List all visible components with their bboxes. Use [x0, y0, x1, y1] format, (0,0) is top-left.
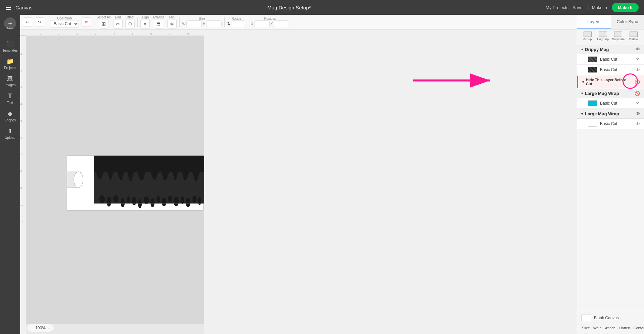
maker-button[interactable]: Maker ▾ [592, 5, 608, 10]
layer-group-name: Drippy Mug [585, 47, 635, 52]
pen-button[interactable]: ✏ [82, 17, 91, 27]
flip-button[interactable]: ⇆ [167, 19, 177, 29]
visibility-toggle-hide-before-cut[interactable]: 🚫 [635, 79, 640, 85]
visibility-toggle-large-mug-wrap-1[interactable]: 🚫 [635, 91, 640, 96]
edit-button[interactable]: ✂ [113, 19, 123, 29]
my-projects-link[interactable]: My Projects [546, 5, 568, 10]
visibility-toggle-large-mug-wrap-2[interactable]: 👁 [636, 111, 640, 116]
select-all-button[interactable]: ⊞ [99, 19, 108, 29]
arrange-label: Arrange [152, 15, 165, 19]
undo-button[interactable]: ↩ [23, 17, 32, 27]
operation-section: Operation Basic Cut [50, 16, 79, 27]
svg-point-15 [150, 198, 154, 207]
canvas-label-section: Blank Canvas [581, 313, 640, 323]
zoom-controls: − 100% + [27, 324, 54, 332]
canvas-area: 0 1 2 3 4 5 6 7 8 9 10 11 12 13 14 15 16… [20, 30, 204, 334]
layer-group-header-large-mug-wrap-1[interactable]: ▾ Large Mug Wrap 🚫 [577, 89, 644, 98]
svg-point-20 [181, 196, 184, 204]
position-section: Position X Y [251, 17, 289, 27]
flatten-button[interactable]: Flatten [618, 325, 631, 331]
layer-group-name: Large Mug Wrap [585, 111, 634, 116]
width-input[interactable] [186, 20, 202, 27]
svg-point-8 [107, 197, 111, 207]
svg-point-21 [186, 198, 190, 207]
svg-point-18 [168, 196, 172, 202]
layer-item[interactable]: Basic Cut 👁 [577, 54, 644, 65]
select-all-label: Select All [97, 15, 110, 19]
tab-layers[interactable]: Layers [577, 15, 611, 29]
layer-visibility-icon[interactable]: 👁 [636, 67, 640, 72]
projects-icon: 📁 [6, 58, 14, 65]
flip-label: Flip [169, 15, 175, 19]
upload-icon: ⬆ [8, 127, 13, 135]
rotate-section: Rotate ↻ [227, 17, 245, 27]
contour-button[interactable]: Contour [633, 325, 644, 331]
canvas-content [26, 36, 204, 324]
height-input[interactable] [206, 20, 222, 27]
hamburger-menu-icon[interactable]: ☰ [5, 3, 11, 11]
arrange-section: Arrange ⬒ [152, 15, 165, 29]
action-delete-label: Delete [629, 38, 638, 41]
y-input[interactable] [274, 20, 289, 27]
sidebar-item-templates[interactable]: ⬛ Templates [1, 38, 19, 54]
layer-item[interactable]: Basic Cut 👁 [577, 98, 644, 109]
layer-item[interactable]: Basic Cut 👁 [577, 65, 644, 75]
chevron-icon: ▾ [582, 80, 584, 84]
sidebar-item-text[interactable]: T Text [1, 90, 19, 107]
layer-group-large-mug-wrap-2: ▾ Large Mug Wrap 👁 Basic Cut 👁 [577, 109, 644, 129]
sidebar-item-images[interactable]: 🖼 Images [1, 73, 19, 89]
layer-visibility-icon[interactable]: 👁 [636, 121, 640, 126]
svg-point-13 [138, 199, 142, 208]
svg-point-16 [156, 196, 160, 204]
slice-button[interactable]: Slice [581, 325, 591, 331]
layer-thumbnail [588, 67, 597, 73]
offset-label: Offset [126, 15, 135, 19]
layer-group-header-large-mug-wrap-2[interactable]: ▾ Large Mug Wrap 👁 [577, 109, 644, 119]
sidebar-item-upload[interactable]: ⬆ Upload [1, 125, 19, 142]
visibility-toggle-drippy-mug[interactable]: 👁 [635, 47, 640, 52]
svg-point-7 [99, 195, 105, 204]
zoom-out-button[interactable]: − [31, 325, 33, 331]
make-it-button[interactable]: Make It [612, 3, 639, 12]
templates-icon: ⬛ [6, 40, 14, 48]
action-ungroup-label: Ungroup [597, 38, 609, 41]
shapes-icon: ◆ [8, 110, 12, 117]
layer-group-header-drippy-mug[interactable]: ▾ Drippy Mug 👁 [577, 45, 644, 54]
operation-label: Operation [57, 16, 72, 20]
weld-button[interactable]: Weld [593, 325, 602, 331]
layer-thumbnail [588, 100, 597, 106]
svg-point-3 [74, 172, 83, 188]
redo-button[interactable]: ↪ [35, 17, 44, 27]
sidebar-item-label: Text [7, 101, 13, 105]
tab-color-sync[interactable]: Color Sync [611, 15, 644, 29]
align-button[interactable]: ⬌ [140, 19, 150, 29]
layer-item-name: Basic Cut [600, 121, 634, 126]
layer-visibility-icon[interactable]: 👁 [636, 57, 640, 62]
sidebar-item-shapes[interactable]: ◆ Shapes [1, 108, 19, 124]
panel-tabs: Layers Color Sync [577, 15, 644, 30]
top-bar: ☰ Canvas Mug Design Setup* My Projects S… [0, 0, 644, 15]
layer-item[interactable]: Basic Cut 👁 [577, 119, 644, 129]
new-button[interactable]: + New [4, 17, 16, 30]
left-sidebar: + New ⬛ Templates 📁 Projects 🖼 Images T … [0, 15, 20, 334]
layer-visibility-icon[interactable]: 👁 [636, 101, 640, 106]
size-label: Size [199, 17, 205, 20]
layer-group-header-hide-before-cut[interactable]: ▾ Hide This Layer Before Cut 🚫 [578, 76, 644, 88]
operation-select[interactable]: Basic Cut [50, 20, 79, 27]
attach-button[interactable]: Attach [604, 325, 616, 331]
svg-point-22 [192, 196, 196, 203]
arrange-button[interactable]: ⬒ [154, 19, 163, 29]
sidebar-item-label: Upload [5, 136, 15, 140]
ruler-corner [20, 30, 26, 36]
toolbar: ↩ ↪ Operation Basic Cut ✏ Select All ⊞ E… [20, 15, 577, 30]
align-label: Align [141, 15, 149, 19]
offset-button[interactable]: ⬡ [125, 19, 135, 29]
zoom-in-button[interactable]: + [48, 325, 50, 331]
x-input[interactable] [254, 20, 270, 27]
layer-thumbnail [588, 121, 597, 127]
rotate-input[interactable] [232, 20, 245, 27]
sidebar-item-projects[interactable]: 📁 Projects [1, 56, 19, 72]
save-button[interactable]: Save [572, 5, 583, 10]
select-all-section: Select All ⊞ [97, 15, 110, 29]
panel-actions: Group Ungroup Duplicate Delete [577, 30, 644, 43]
